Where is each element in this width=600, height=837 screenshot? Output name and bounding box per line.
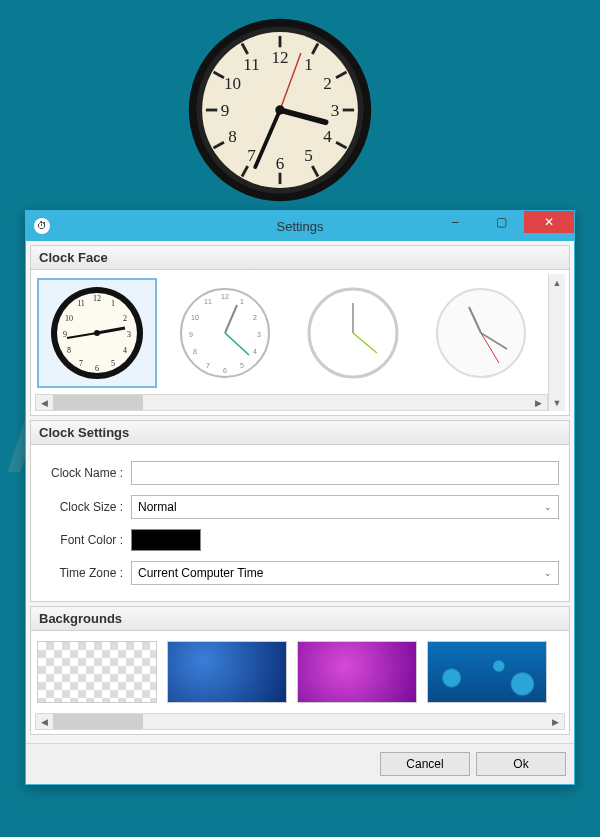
svg-text:2: 2 (123, 314, 127, 323)
clock-size-label: Clock Size : (41, 500, 131, 514)
maximize-button[interactable]: ▢ (478, 211, 524, 233)
svg-text:12: 12 (93, 294, 101, 303)
scroll-left-button[interactable]: ◀ (36, 714, 53, 729)
clock-face-option-minimal-lime[interactable] (293, 278, 413, 388)
svg-text:9: 9 (63, 330, 67, 339)
clock-name-input[interactable] (131, 461, 559, 485)
scroll-track[interactable] (53, 714, 547, 729)
scroll-track[interactable] (53, 395, 530, 410)
svg-text:5: 5 (111, 359, 115, 368)
clock-name-label: Clock Name : (41, 466, 131, 480)
svg-text:10: 10 (65, 314, 73, 323)
clock-face-list: 12369 1245 781011 (35, 274, 548, 390)
svg-text:4: 4 (323, 127, 332, 146)
svg-text:4: 4 (253, 348, 257, 355)
clock-size-value: Normal (138, 500, 177, 514)
arrow-right-icon: ▶ (552, 717, 559, 727)
svg-text:6: 6 (276, 154, 285, 173)
scroll-right-button[interactable]: ▶ (547, 714, 564, 729)
svg-text:3: 3 (127, 330, 131, 339)
arrow-down-icon: ▼ (553, 398, 562, 408)
svg-text:11: 11 (204, 298, 212, 305)
scroll-left-button[interactable]: ◀ (36, 395, 53, 410)
svg-text:4: 4 (123, 346, 127, 355)
svg-text:2: 2 (323, 74, 332, 93)
svg-text:5: 5 (304, 146, 313, 165)
svg-text:3: 3 (257, 331, 261, 338)
clock-face-vscrollbar[interactable]: ▲ ▼ (548, 274, 565, 411)
time-zone-value: Current Computer Time (138, 566, 263, 580)
svg-text:11: 11 (77, 299, 85, 308)
dialog-footer: Cancel Ok (26, 743, 574, 784)
clock-face-option-simple-red[interactable] (421, 278, 541, 388)
clock-face-option-thin-green[interactable]: 12369 1245 781011 (165, 278, 285, 388)
svg-text:7: 7 (206, 362, 210, 369)
section-header-clock-settings: Clock Settings (30, 420, 570, 445)
svg-text:1: 1 (304, 55, 313, 74)
section-header-backgrounds: Backgrounds (30, 606, 570, 631)
clock-face-hscrollbar[interactable]: ◀ ▶ (35, 394, 548, 411)
background-list (35, 635, 565, 709)
svg-text:5: 5 (240, 362, 244, 369)
scroll-down-button[interactable]: ▼ (549, 394, 565, 411)
close-button[interactable]: ✕ (524, 211, 574, 233)
svg-text:10: 10 (224, 74, 241, 93)
settings-dialog: ⏱ Settings – ▢ ✕ Clock Face 12369 (25, 210, 575, 785)
svg-text:12: 12 (271, 48, 288, 67)
minimize-icon: – (452, 215, 459, 229)
scroll-thumb[interactable] (53, 714, 143, 729)
arrow-up-icon: ▲ (553, 278, 562, 288)
minimize-button[interactable]: – (432, 211, 478, 233)
svg-line-65 (353, 333, 377, 353)
clock-size-select[interactable]: Normal ⌄ (131, 495, 559, 519)
background-option-magenta-gradient[interactable] (297, 641, 417, 703)
svg-text:10: 10 (191, 314, 199, 321)
chevron-down-icon: ⌄ (544, 568, 552, 578)
svg-line-62 (225, 333, 249, 355)
titlebar[interactable]: ⏱ Settings – ▢ ✕ (26, 211, 574, 241)
chevron-down-icon: ⌄ (544, 502, 552, 512)
time-zone-label: Time Zone : (41, 566, 131, 580)
arrow-left-icon: ◀ (41, 717, 48, 727)
svg-point-30 (275, 105, 285, 115)
svg-text:11: 11 (243, 55, 259, 74)
scroll-right-button[interactable]: ▶ (530, 395, 547, 410)
svg-text:7: 7 (247, 146, 256, 165)
scroll-thumb[interactable] (53, 395, 143, 410)
svg-text:9: 9 (221, 101, 230, 120)
svg-point-47 (94, 330, 100, 336)
scroll-up-button[interactable]: ▲ (549, 274, 565, 291)
clock-face-option-classic-black[interactable]: 12369 1245 781011 (37, 278, 157, 388)
svg-text:1: 1 (111, 299, 115, 308)
svg-text:2: 2 (253, 314, 257, 321)
svg-text:1: 1 (240, 298, 244, 305)
close-icon: ✕ (544, 215, 554, 229)
background-option-blue-gradient[interactable] (167, 641, 287, 703)
time-zone-select[interactable]: Current Computer Time ⌄ (131, 561, 559, 585)
font-color-picker[interactable] (131, 529, 201, 551)
svg-text:8: 8 (193, 348, 197, 355)
scroll-track-v[interactable] (549, 291, 565, 394)
arrow-left-icon: ◀ (41, 398, 48, 408)
svg-text:8: 8 (228, 127, 237, 146)
svg-line-61 (225, 305, 237, 333)
maximize-icon: ▢ (496, 215, 507, 229)
svg-text:9: 9 (189, 331, 193, 338)
svg-text:3: 3 (331, 101, 340, 120)
background-option-transparent[interactable] (37, 641, 157, 703)
font-color-label: Font Color : (41, 533, 131, 547)
svg-text:7: 7 (79, 359, 83, 368)
section-header-clock-face: Clock Face (30, 245, 570, 270)
svg-text:12: 12 (221, 293, 229, 300)
background-option-blue-bubbles[interactable] (427, 641, 547, 703)
desktop-clock-gadget[interactable]: 12 1 2 3 4 5 6 7 8 9 10 11 (185, 15, 375, 205)
arrow-right-icon: ▶ (535, 398, 542, 408)
cancel-button[interactable]: Cancel (380, 752, 470, 776)
ok-button[interactable]: Ok (476, 752, 566, 776)
background-hscrollbar[interactable]: ◀ ▶ (35, 713, 565, 730)
svg-text:6: 6 (95, 364, 99, 373)
svg-text:8: 8 (67, 346, 71, 355)
svg-text:6: 6 (223, 367, 227, 374)
